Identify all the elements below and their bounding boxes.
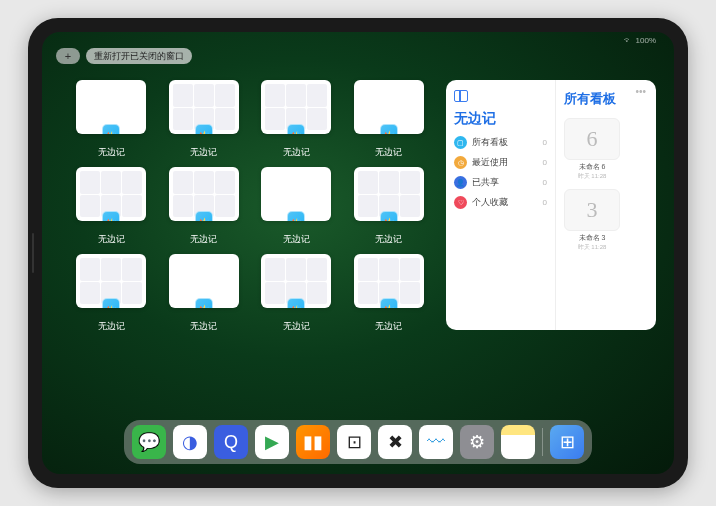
sidebar-item-label: 最近使用 [472,156,538,169]
thumbnail-preview [261,167,331,221]
sidebar-item-count: 0 [543,138,547,147]
controller-icon[interactable]: ✖ [378,425,412,459]
thumbnail-label: 无边记 [375,146,402,159]
thumbnail-label: 无边记 [283,233,310,246]
panel-sidebar-title: 无边记 [454,110,547,128]
thumbnail-label: 无边记 [375,320,402,333]
sidebar-item-count: 0 [543,158,547,167]
window-thumbnail[interactable]: 无边记 [257,254,336,333]
sidebar-item[interactable]: 👤已共享0 [454,176,547,189]
thumbnail-preview [354,80,424,134]
thumbnail-preview [354,254,424,308]
window-thumbnail[interactable]: 无边记 [257,167,336,246]
books-icon[interactable]: ▮▮ [296,425,330,459]
board-subtitle: 昨天 11:28 [564,243,620,252]
thumbnail-label: 无边记 [98,146,125,159]
content-area: 无边记无边记无边记无边记无边记无边记无边记无边记无边记无边记无边记无边记 •••… [72,80,656,420]
sidebar-toggle-icon[interactable] [454,90,468,102]
thumbnail-preview [261,254,331,308]
quark-icon-1[interactable]: ◑ [173,425,207,459]
thumbnail-preview [76,254,146,308]
dice-icon[interactable]: ⊡ [337,425,371,459]
window-thumbnail[interactable]: 无边记 [165,80,244,159]
panel-content: 所有看板 6未命名 6昨天 11:283未命名 3昨天 11:28 [556,80,656,330]
bezel-mark [32,233,34,273]
dock: 💬◑Q▶▮▮⊡✖〰⚙⊞ [124,420,592,464]
panel-sidebar-list: ▢所有看板0◷最近使用0👤已共享0♡个人收藏0 [454,136,547,209]
freeform-app-icon [195,124,213,134]
screen: ᯤ 100% + 重新打开已关闭的窗口 无边记无边记无边记无边记无边记无边记无边… [42,32,674,474]
quark-icon-2[interactable]: Q [214,425,248,459]
thumbnail-label: 无边记 [98,233,125,246]
thumbnail-label: 无边记 [98,320,125,333]
panel-more-icon[interactable]: ••• [635,86,646,97]
topbar: + 重新打开已关闭的窗口 [56,48,192,64]
thumbnail-preview [169,254,239,308]
thumbnail-preview [76,80,146,134]
thumbnail-label: 无边记 [375,233,402,246]
sidebar-item-label: 已共享 [472,176,538,189]
new-window-button[interactable]: + [56,48,80,64]
window-thumbnail[interactable]: 无边记 [72,254,151,333]
sidebar-item-count: 0 [543,178,547,187]
thumbnail-label: 无边记 [190,146,217,159]
ipad-frame: ᯤ 100% + 重新打开已关闭的窗口 无边记无边记无边记无边记无边记无边记无边… [28,18,688,488]
status-bar: ᯤ 100% [624,36,656,45]
sidebar-item-count: 0 [543,198,547,207]
window-grid: 无边记无边记无边记无边记无边记无边记无边记无边记无边记无边记无边记无边记 [72,80,428,420]
freeform-app-icon [380,211,398,221]
freeform-app-icon [380,124,398,134]
window-thumbnail[interactable]: 无边记 [350,80,429,159]
thumbnail-label: 无边记 [283,320,310,333]
sidebar-item-icon: 👤 [454,176,467,189]
sidebar-item[interactable]: ▢所有看板0 [454,136,547,149]
freeform-icon[interactable]: 〰 [419,425,453,459]
thumbnail-preview [261,80,331,134]
board-subtitle: 昨天 11:28 [564,172,620,181]
sidebar-item-icon: ♡ [454,196,467,209]
settings-icon[interactable]: ⚙ [460,425,494,459]
freeform-app-icon [380,298,398,308]
play-icon[interactable]: ▶ [255,425,289,459]
app-library-icon[interactable]: ⊞ [550,425,584,459]
freeform-panel[interactable]: ••• 无边记 ▢所有看板0◷最近使用0👤已共享0♡个人收藏0 所有看板 6未命… [446,80,656,330]
window-thumbnail[interactable]: 无边记 [165,167,244,246]
panel-sidebar: 无边记 ▢所有看板0◷最近使用0👤已共享0♡个人收藏0 [446,80,556,330]
sidebar-item[interactable]: ◷最近使用0 [454,156,547,169]
thumbnail-label: 无边记 [190,320,217,333]
wechat-icon[interactable]: 💬 [132,425,166,459]
battery-label: 100% [636,36,656,45]
sidebar-item-label: 个人收藏 [472,196,538,209]
thumbnail-preview [169,80,239,134]
window-thumbnail[interactable]: 无边记 [72,167,151,246]
sidebar-item-icon: ◷ [454,156,467,169]
freeform-app-icon [195,298,213,308]
board-thumbnail: 3 [564,189,620,231]
thumbnail-preview [76,167,146,221]
thumbnail-preview [354,167,424,221]
board-item[interactable]: 3未命名 3昨天 11:28 [564,189,620,252]
window-thumbnail[interactable]: 无边记 [165,254,244,333]
sidebar-item[interactable]: ♡个人收藏0 [454,196,547,209]
board-thumbnail: 6 [564,118,620,160]
freeform-app-icon [102,124,120,134]
board-item[interactable]: 6未命名 6昨天 11:28 [564,118,620,181]
reopen-closed-window-button[interactable]: 重新打开已关闭的窗口 [86,48,192,64]
freeform-app-icon [102,298,120,308]
sidebar-item-icon: ▢ [454,136,467,149]
thumbnail-label: 无边记 [190,233,217,246]
dock-separator [542,428,543,456]
window-thumbnail[interactable]: 无边记 [257,80,336,159]
board-caption: 未命名 3 [564,233,620,243]
thumbnail-preview [169,167,239,221]
freeform-app-icon [102,211,120,221]
window-thumbnail[interactable]: 无边记 [72,80,151,159]
window-thumbnail[interactable]: 无边记 [350,167,429,246]
freeform-app-icon [287,124,305,134]
notes-icon[interactable] [501,425,535,459]
sidebar-item-label: 所有看板 [472,136,538,149]
freeform-app-icon [287,211,305,221]
window-thumbnail[interactable]: 无边记 [350,254,429,333]
freeform-app-icon [287,298,305,308]
wifi-icon: ᯤ [624,36,632,45]
